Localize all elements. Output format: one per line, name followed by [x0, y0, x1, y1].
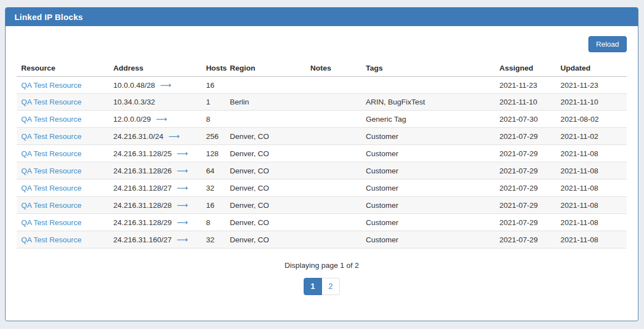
panel-body: Reload ResourceAddressHostsRegionNotesTa… — [6, 26, 638, 295]
table-row: QA Test Resource24.216.31.0/24⟶256Denver… — [17, 128, 627, 145]
expand-arrow-icon[interactable]: ⟶ — [177, 183, 188, 192]
expand-arrow-icon[interactable]: ⟶ — [160, 81, 171, 89]
assigned-date-cell: 2021-11-10 — [495, 94, 556, 111]
expand-arrow-icon[interactable]: ⟶ — [177, 149, 188, 158]
assigned-date-cell: 2021-07-29 — [495, 128, 556, 145]
expand-arrow-icon[interactable]: ⟶ — [169, 132, 180, 141]
column-header-notes: Notes — [306, 60, 361, 77]
hosts-cell: 16 — [201, 197, 225, 214]
address-text: 24.216.31.128/28 — [113, 201, 172, 210]
notes-cell — [306, 145, 361, 162]
region-cell — [225, 111, 306, 128]
tags-cell: Customer — [361, 128, 495, 145]
hosts-cell: 32 — [201, 180, 225, 197]
hosts-cell: 8 — [201, 214, 225, 231]
updated-date-cell: 2021-11-10 — [556, 94, 627, 111]
column-header-resource: Resource — [17, 60, 109, 77]
resource-cell: QA Test Resource — [17, 145, 109, 162]
table-row: QA Test Resource10.34.0.3/321BerlinARIN,… — [17, 94, 627, 111]
updated-date-cell: 2021-11-08 — [556, 231, 627, 248]
region-cell: Denver, CO — [225, 180, 306, 197]
notes-cell — [306, 162, 361, 180]
notes-cell — [306, 214, 361, 231]
resource-link[interactable]: QA Test Resource — [21, 81, 82, 89]
region-cell: Denver, CO — [225, 162, 306, 180]
expand-arrow-icon[interactable]: ⟶ — [177, 166, 188, 175]
tags-cell: Customer — [361, 231, 495, 248]
assigned-date-cell: 2021-07-29 — [495, 180, 556, 197]
resource-link[interactable]: QA Test Resource — [21, 236, 82, 244]
tags-cell: Customer — [361, 197, 495, 214]
notes-cell — [306, 128, 361, 145]
notes-cell — [306, 94, 361, 111]
expand-arrow-icon[interactable]: ⟶ — [177, 235, 188, 244]
region-cell — [225, 77, 306, 94]
page-button-1[interactable]: 1 — [304, 278, 322, 295]
address-text: 12.0.0.0/29 — [113, 115, 151, 123]
resource-cell: QA Test Resource — [17, 94, 109, 111]
column-header-updated: Updated — [556, 60, 627, 77]
hosts-cell: 8 — [201, 111, 225, 128]
resource-link[interactable]: QA Test Resource — [21, 98, 82, 106]
assigned-date-cell: 2021-11-23 — [495, 77, 556, 94]
address-cell: 24.216.31.128/29⟶ — [109, 214, 202, 231]
address-cell: 24.216.31.128/28⟶ — [109, 197, 202, 214]
column-header-address: Address — [109, 60, 202, 77]
table-header: ResourceAddressHostsRegionNotesTagsAssig… — [17, 60, 627, 77]
column-header-tags: Tags — [361, 60, 495, 77]
notes-cell — [306, 111, 361, 128]
updated-date-cell: 2021-11-08 — [556, 197, 627, 214]
assigned-date-cell: 2021-07-29 — [495, 231, 556, 248]
hosts-cell: 256 — [201, 128, 225, 145]
region-cell: Denver, CO — [225, 197, 306, 214]
resource-link[interactable]: QA Test Resource — [21, 149, 82, 158]
panel-title: Linked IP Blocks — [14, 12, 83, 22]
hosts-cell: 128 — [201, 145, 225, 162]
page-button-2[interactable]: 2 — [321, 278, 340, 295]
resource-cell: QA Test Resource — [17, 214, 109, 231]
resource-cell: QA Test Resource — [17, 111, 109, 128]
pagination-group: 12 — [304, 278, 340, 295]
tags-cell: Customer — [361, 162, 495, 180]
table-row: QA Test Resource24.216.31.160/27⟶32Denve… — [17, 231, 627, 248]
resource-cell: QA Test Resource — [17, 231, 109, 248]
resource-cell: QA Test Resource — [17, 77, 109, 94]
notes-cell — [306, 180, 361, 197]
address-text: 24.216.31.128/29 — [113, 218, 172, 227]
resource-link[interactable]: QA Test Resource — [21, 184, 82, 192]
expand-arrow-icon[interactable]: ⟶ — [156, 114, 167, 123]
notes-cell — [306, 231, 361, 248]
region-cell: Denver, CO — [225, 231, 306, 248]
tags-cell: Generic Tag — [361, 111, 495, 128]
reload-button[interactable]: Reload — [588, 36, 627, 52]
hosts-cell: 1 — [201, 94, 225, 111]
panel-header: Linked IP Blocks — [6, 8, 638, 26]
hosts-cell: 16 — [201, 77, 225, 94]
resource-link[interactable]: QA Test Resource — [21, 115, 82, 123]
region-cell: Denver, CO — [225, 145, 306, 162]
resource-cell: QA Test Resource — [17, 128, 109, 145]
expand-arrow-icon[interactable]: ⟶ — [177, 201, 188, 210]
tags-cell: Customer — [361, 145, 495, 162]
resource-link[interactable]: QA Test Resource — [21, 218, 82, 227]
column-header-region: Region — [225, 60, 306, 77]
assigned-date-cell: 2021-07-29 — [495, 162, 556, 180]
table-row: QA Test Resource24.216.31.128/27⟶32Denve… — [17, 180, 627, 197]
address-cell: 10.0.0.48/28⟶ — [109, 77, 202, 94]
resource-link[interactable]: QA Test Resource — [21, 201, 82, 210]
address-text: 24.216.31.128/27 — [113, 184, 172, 192]
pagination: 12 — [17, 278, 627, 295]
assigned-date-cell: 2021-07-30 — [495, 111, 556, 128]
hosts-cell: 32 — [201, 231, 225, 248]
toolbar: Reload — [17, 36, 627, 52]
assigned-date-cell: 2021-07-29 — [495, 197, 556, 214]
notes-cell — [306, 77, 361, 94]
expand-arrow-icon[interactable]: ⟶ — [177, 218, 188, 227]
address-text: 24.216.31.0/24 — [113, 132, 164, 141]
address-cell: 24.216.31.128/25⟶ — [109, 145, 202, 162]
resource-link[interactable]: QA Test Resource — [21, 132, 82, 141]
table-row: QA Test Resource12.0.0.0/29⟶8Generic Tag… — [17, 111, 627, 128]
resource-link[interactable]: QA Test Resource — [21, 167, 82, 175]
table-row: QA Test Resource24.216.31.128/25⟶128Denv… — [17, 145, 627, 162]
table-row: QA Test Resource24.216.31.128/26⟶64Denve… — [17, 162, 627, 180]
